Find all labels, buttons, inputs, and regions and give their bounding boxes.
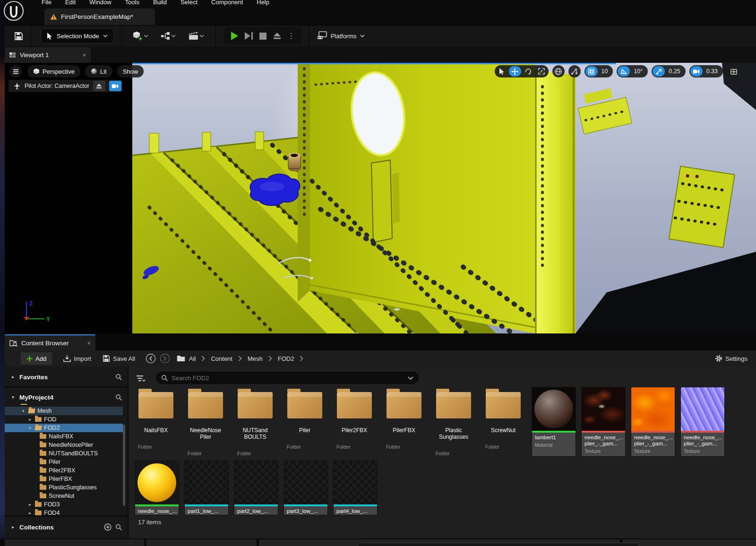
camera-speed-value[interactable]: 0.33 (704, 68, 722, 75)
add-button[interactable]: Add (21, 352, 52, 365)
tree-item-piler2fbx[interactable]: Piler2FBX (5, 466, 128, 475)
asset-tile-part1-low[interactable]: part1_low_... (185, 461, 228, 515)
expand-arrow-icon[interactable]: ▸ (27, 502, 33, 507)
tree-item-nailsfbx[interactable]: NailsFBX (5, 432, 128, 441)
folder-tile-nailsfbx[interactable]: NailsFBXFolder (132, 388, 180, 452)
world-space-toggle[interactable] (552, 65, 565, 77)
bottom-segment[interactable] (622, 539, 756, 546)
rotate-tool-button[interactable] (522, 66, 534, 77)
rotation-snap-value[interactable]: 10° (631, 68, 647, 75)
asset-tile-needle-nose-texture-1[interactable]: needle_nose_...plier_-_gam...Texture (582, 387, 625, 456)
bottom-segment[interactable] (146, 539, 257, 546)
selection-mode-dropdown[interactable]: Selection Mode (41, 28, 114, 43)
folder-tile-pilerfbx[interactable]: PilerFBXFolder (380, 388, 428, 452)
tree-item-piler[interactable]: Piler (5, 458, 128, 466)
folder-tile-plasticsunglasses[interactable]: PlasticSunglassesFolder (430, 388, 477, 452)
folder-tile-needlenosepiler[interactable]: NeedleNosePilerFolder (182, 388, 229, 452)
asset-tile-part3-low[interactable]: part3_low_... (284, 461, 327, 515)
perspective-dropdown[interactable]: Perspective (27, 65, 80, 77)
search-icon[interactable] (115, 524, 122, 530)
breadcrumb-content[interactable]: Content (211, 355, 232, 362)
play-button[interactable] (231, 32, 238, 40)
breadcrumb-fod2[interactable]: FOD2 (278, 355, 294, 362)
asset-tile-needle-nose-texture-3[interactable]: needle_nose_...plier_-_gam...Texture (681, 387, 724, 456)
grid-snap-value[interactable]: 10 (599, 68, 612, 75)
surface-snapping-button[interactable] (568, 65, 581, 77)
eject-button[interactable] (273, 33, 281, 40)
chevron-down-icon[interactable] (408, 376, 413, 380)
close-icon[interactable]: × (87, 340, 91, 347)
asset-tile-needle-nose-material[interactable]: needle_nose_... (135, 461, 179, 515)
platforms-dropdown[interactable]: Platforms (317, 31, 365, 41)
collapse-arrow-icon[interactable]: ▾ (10, 395, 16, 400)
menu-build[interactable]: Build (153, 0, 167, 6)
folder-tile-piler2fbx[interactable]: Piler2FBXFolder (331, 388, 378, 452)
maximize-viewport-button[interactable] (728, 66, 740, 78)
filter-icon[interactable] (136, 375, 146, 383)
stop-piloting-button[interactable] (93, 81, 105, 91)
add-collection-icon[interactable] (104, 523, 112, 531)
menu-component[interactable]: Component (211, 0, 243, 6)
move-tool-button[interactable] (509, 66, 521, 77)
rotation-snap-button[interactable] (618, 66, 630, 77)
folder-tile-screwnut[interactable]: ScrewNutFolder (480, 388, 527, 452)
asset-tile-lambert1[interactable]: lambert1Material (532, 387, 576, 456)
search-input[interactable] (172, 375, 404, 382)
collapse-arrow-icon[interactable]: ▾ (21, 409, 26, 413)
menu-edit[interactable]: Edit (65, 0, 76, 6)
play-options-icon[interactable]: ⋮ (288, 33, 295, 39)
pilot-camera-view-button[interactable] (109, 81, 121, 91)
menu-tools[interactable]: Tools (125, 0, 139, 6)
menu-file[interactable]: File (42, 0, 52, 6)
tree-item-fod[interactable]: ▸FOD (5, 415, 128, 424)
tree-item-needlenosepiler[interactable]: NeedleNosePiler (5, 441, 128, 449)
bottom-segment[interactable] (5, 539, 144, 546)
tree-item-fod4[interactable]: ▸FOD4 (5, 509, 128, 515)
lit-dropdown[interactable]: Lit (85, 65, 112, 77)
scale-snap-button[interactable] (653, 66, 665, 77)
asset-tile-part2-low[interactable]: part2_low_... (234, 461, 278, 515)
save-button[interactable] (11, 28, 26, 43)
menu-window[interactable]: Window (89, 0, 111, 6)
scale-snap-value[interactable]: 0.25 (666, 68, 684, 75)
content-browser-tab[interactable]: Content Browser × (5, 334, 95, 350)
blueprints-button[interactable] (158, 28, 179, 43)
select-tool-button[interactable] (496, 66, 508, 77)
expand-arrow-icon[interactable]: ▸ (10, 525, 16, 529)
tree-scrollbar[interactable] (123, 425, 125, 506)
asset-tile-needle-nose-texture-2[interactable]: needle_nose_...plier_-_gam...Texture (631, 387, 675, 456)
save-all-button[interactable]: Save All (103, 355, 135, 362)
expand-arrow-icon[interactable]: ▸ (10, 375, 16, 379)
menu-help[interactable]: Help (257, 0, 269, 6)
viewport-3d-scene[interactable] (132, 63, 756, 333)
folder-tile-nutsandboults[interactable]: NUTSandBOULTSFolder (232, 388, 279, 452)
tree-item-fod3[interactable]: ▸FOD3 (5, 500, 128, 509)
viewport-options-menu[interactable] (9, 65, 22, 77)
camera-speed-button[interactable] (690, 66, 703, 77)
scale-tool-button[interactable] (535, 66, 548, 77)
breadcrumb-mesh[interactable]: Mesh (248, 355, 263, 362)
favorites-section[interactable]: ▸ Favorites (5, 370, 128, 384)
tree-item-pilerfbx[interactable]: PilerFBX (5, 475, 128, 483)
folder-tile-piler[interactable]: PilerFolder (281, 388, 328, 452)
import-button[interactable]: Import (63, 355, 91, 362)
tree-item-plasticsunglasses[interactable]: PlasticSunglasses (5, 483, 128, 492)
expand-arrow-icon[interactable]: ▸ (27, 511, 33, 515)
tree-item-mesh[interactable]: ▾Mesh (5, 407, 123, 415)
cinematics-button[interactable] (185, 28, 207, 43)
unreal-logo-icon[interactable] (3, 0, 25, 22)
forward-button[interactable] (160, 353, 170, 364)
collapse-arrow-icon[interactable]: ▾ (27, 426, 33, 430)
settings-button[interactable]: Settings (715, 355, 747, 362)
viewport-tab[interactable]: Viewport 1 × (5, 47, 91, 63)
tree-item-fod2-selected[interactable]: ▾FOD2 (5, 424, 123, 432)
stop-button[interactable] (259, 33, 266, 40)
search-icon[interactable] (115, 374, 122, 380)
breadcrumb-all[interactable]: All (189, 355, 196, 362)
level-tab[interactable]: FirstPersonExampleMap* (44, 9, 155, 25)
tree-item-screwnut[interactable]: ScrewNut (5, 492, 128, 500)
asset-tile-part4-low[interactable]: part4_low_... (334, 461, 377, 515)
add-actor-button[interactable] (129, 28, 151, 43)
close-icon[interactable]: × (82, 51, 86, 59)
collections-section[interactable]: ▸ Collections (5, 520, 128, 534)
